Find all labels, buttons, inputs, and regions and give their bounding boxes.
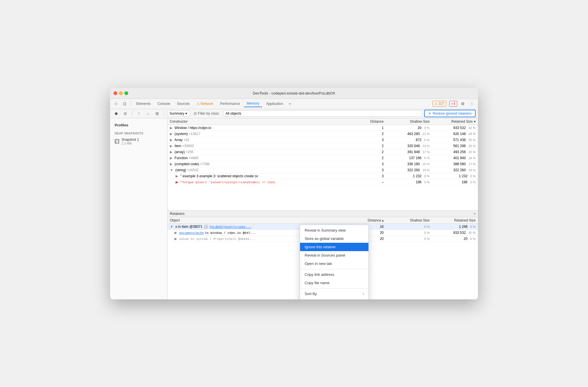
class-dropdown[interactable]: All objects xyxy=(223,110,422,117)
filter-icon: ⊟ xyxy=(194,111,197,115)
error-square-icon: ▪ xyxy=(451,102,452,106)
table-row[interactable]: ▶ (array) ×255 2 391 948 17 % 493 256 22… xyxy=(168,149,478,155)
expand-icon[interactable]: ▶ xyxy=(170,138,172,142)
maximize-button[interactable] xyxy=(124,91,128,95)
retainer-retained-header[interactable]: Retained Size xyxy=(432,217,478,224)
expand-icon[interactable]: ▶ xyxy=(170,126,172,130)
dropdown-arrow-icon: ▾ xyxy=(185,111,187,115)
stop-button[interactable]: ⊘ xyxy=(122,110,129,117)
expand-icon[interactable]: ▶ xyxy=(174,237,177,241)
record-button[interactable]: ⏺ xyxy=(112,110,120,117)
warning-triangle-icon: ⚠ xyxy=(435,102,438,106)
shallow-size-header[interactable]: Shallow Size xyxy=(386,118,432,125)
tab-application[interactable]: Application xyxy=(263,101,286,107)
main-content: Profiles HEAP SNAPSHOTS 📄 Snapshot 1 2.2… xyxy=(110,118,478,299)
store-global-item[interactable]: Store as global variable xyxy=(300,234,368,243)
tab-network[interactable]: ⚠Network xyxy=(194,101,216,107)
expand-icon[interactable]: ▶ xyxy=(176,180,178,184)
restore-icon: ✕ xyxy=(428,111,431,115)
table-row[interactable]: ▶ (compiled code) ×7386 3 336 180 15 % 3… xyxy=(168,161,478,167)
submenu-chevron-icon: › xyxy=(363,292,364,296)
tab-sources[interactable]: Sources xyxy=(174,101,193,107)
expand-icon[interactable]: ▶ xyxy=(170,156,172,160)
filter-button[interactable]: ⊟ Filter by class xyxy=(191,111,221,116)
more-tabs-button[interactable]: » xyxy=(287,101,293,106)
snapshot-icon: 📄 xyxy=(115,139,119,144)
context-menu: Reveal in Summary view Store as global v… xyxy=(300,225,369,299)
distance-header[interactable]: Distance xyxy=(363,118,386,125)
copy-link-item[interactable]: Copy link address xyxy=(300,270,368,279)
inspect-icon[interactable]: ⊹ xyxy=(112,100,120,107)
restore-ignored-button[interactable]: ✕ Restore ignored retainers xyxy=(424,110,476,117)
expand-icon[interactable]: ▶ xyxy=(176,174,178,178)
expand-icon[interactable]: ▶ xyxy=(170,162,172,166)
expand-icon[interactable]: ▶ xyxy=(170,132,172,136)
tab-console[interactable]: Console xyxy=(155,101,173,107)
retainer-shallow-header[interactable]: Shallow Size xyxy=(386,217,432,224)
table-row[interactable]: ▶ "Torque assert 'Convert<uintptr>(endIn… xyxy=(168,179,478,185)
context-menu-separator-1 xyxy=(300,269,368,269)
sort-up-icon: ▴ xyxy=(382,218,384,222)
toolbar-separator-1 xyxy=(131,101,131,106)
expand-icon[interactable]: ▶ xyxy=(170,144,172,148)
open-new-tab-item[interactable]: Open in new tab xyxy=(300,259,368,268)
table-row[interactable]: ▶ Function ×4689 2 137 196 6 % 401 940 1… xyxy=(168,155,478,161)
secondary-toolbar: ⏺ ⊘ ↑ ↓ ⊞ Summary ▾ ⊟ Filter by class Al… xyxy=(110,109,478,118)
data-panel: Constructor Distance Shallow Size Retain… xyxy=(168,118,478,299)
tab-performance[interactable]: Performance xyxy=(217,101,243,107)
source-link[interactable]: PoLdbOX?anon=true&v... xyxy=(210,225,251,229)
summary-dropdown[interactable]: Summary ▾ xyxy=(167,110,190,117)
object-header[interactable]: Object xyxy=(168,217,363,224)
constructor-header[interactable]: Constructor xyxy=(168,118,363,125)
warning-badge: ⚠ 327 xyxy=(433,101,446,107)
table-row[interactable]: ▼ (string) ×16542 3 322 260 14 % 322 260… xyxy=(168,167,478,173)
header-options-item[interactable]: Header Options › xyxy=(300,298,368,299)
traffic-lights xyxy=(114,91,128,95)
snapshot-1-item[interactable]: 📄 Snapshot 1 2.2 MB xyxy=(112,136,165,147)
context-menu-separator-2 xyxy=(300,288,368,288)
download-button[interactable]: ↓ xyxy=(144,110,152,117)
retainers-label: Retainers ≡ xyxy=(168,211,478,217)
toolbar-separator-2 xyxy=(132,111,132,116)
copy-filename-item[interactable]: Copy file name xyxy=(300,279,368,287)
ignore-retainer-item[interactable]: Ignore this retainer xyxy=(300,243,368,251)
reveal-sources-item[interactable]: Reveal in Sources panel xyxy=(300,251,368,259)
document-cache-link[interactable]: documentCache xyxy=(179,231,204,235)
snapshot-size: 2.2 MB xyxy=(122,142,139,145)
sidebar: Profiles HEAP SNAPSHOTS 📄 Snapshot 1 2.2… xyxy=(110,118,168,299)
snapshot-name: Snapshot 1 xyxy=(122,138,139,142)
table-row[interactable]: ▶ " example 3 example 3: scattered objec… xyxy=(168,173,478,179)
heap-snapshots-label: HEAP SNAPSHOTS xyxy=(112,131,165,136)
upload-button[interactable]: ↑ xyxy=(135,110,143,117)
expand-icon[interactable]: ▼ xyxy=(170,168,173,172)
minimize-button[interactable] xyxy=(119,91,123,95)
close-button[interactable] xyxy=(114,91,117,95)
window-title: DevTools - codepen.io/web-dot-dev/live/P… xyxy=(253,91,335,95)
constructor-table: Constructor Distance Shallow Size Retain… xyxy=(168,118,478,185)
main-toolbar: ⊹ ⊡ Elements Console Sources ⚠Network Pe… xyxy=(110,99,478,109)
warning-icon: ⚠ xyxy=(197,102,200,106)
expand-icon[interactable]: ▼ xyxy=(170,225,173,229)
devtools-window: DevTools - codepen.io/web-dot-dev/live/P… xyxy=(110,88,478,299)
upper-table-section: Constructor Distance Shallow Size Retain… xyxy=(168,118,478,210)
clear-button[interactable]: ⊞ xyxy=(153,110,161,117)
settings-icon[interactable]: ⚙ xyxy=(459,100,466,107)
expand-icon[interactable]: ▶ xyxy=(174,231,177,235)
retained-size-header[interactable]: Retained Size ▾ xyxy=(432,118,478,125)
error-badge: ▪ 4 xyxy=(449,101,457,107)
tab-memory[interactable]: Memory xyxy=(244,100,262,107)
table-row[interactable]: ▶ (system) ×13817 2 463 280 21 % 620 148… xyxy=(168,131,478,137)
tab-elements[interactable]: Elements xyxy=(133,101,153,107)
toolbar-separator-3 xyxy=(164,111,164,116)
table-row[interactable]: ▶ Array ×42 3 672 0 % 571 436 25 % xyxy=(168,137,478,143)
title-bar: DevTools - codepen.io/web-dot-dev/live/P… xyxy=(110,88,478,99)
more-options-icon[interactable]: ⋮ xyxy=(468,100,476,107)
device-toolbar-icon[interactable]: ⊡ xyxy=(121,100,128,107)
item-type-badge: □ xyxy=(204,225,208,229)
expand-icon[interactable]: ▶ xyxy=(170,150,172,154)
reveal-summary-item[interactable]: Reveal in Summary view xyxy=(300,226,368,234)
table-row[interactable]: ▶ Item ×20003 2 320 048 14 % 561 296 25 … xyxy=(168,143,478,149)
table-row[interactable]: ▶ Window / https://cdpn.io 1 20 0 % 933 … xyxy=(168,125,478,131)
sort-by-item[interactable]: Sort By › xyxy=(300,290,368,298)
retainer-distance-header[interactable]: Distance▴ xyxy=(363,217,386,224)
